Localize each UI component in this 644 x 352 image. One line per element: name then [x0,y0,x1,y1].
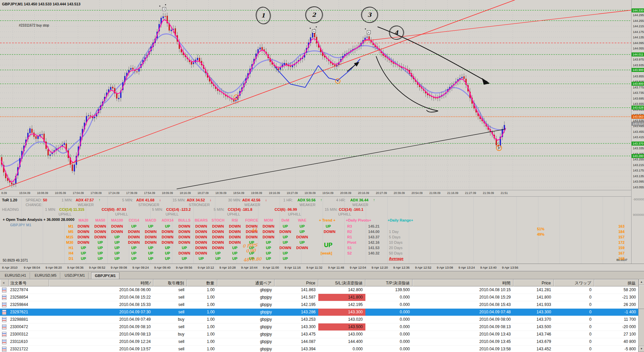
price-tick-label: 143.415 [633,135,644,139]
cci-state-label: UPHILL [115,212,128,216]
ota-cell: DOWN [193,235,210,239]
ota-cell: UP [159,251,176,255]
ota-cell: DOWN [210,235,226,239]
terminal-close-button[interactable]: × [0,279,9,286]
terminal-header-11[interactable]: 損益 [594,279,639,286]
cci-timeframe-label: 5 MIN: [152,207,163,211]
inner-time-label: 18:27.09 [198,191,209,195]
order-cell-3: 1.00 [187,338,217,345]
adx-timeframe-label: 4 HR: [336,198,346,202]
terminal-header-5[interactable]: Price [275,279,318,286]
cci-value: CCI(14) -123.2 [166,207,191,211]
ota-cell: UP [109,240,126,244]
terminal-header-10[interactable]: スワップ [554,279,594,286]
order-cell-9: 143.500 [513,323,554,330]
pivot-label: S2 [347,251,352,255]
terminal-header-7[interactable]: T/P:決済指値 [365,279,413,286]
order-cell-0: 23311610 [9,338,49,345]
terminal-header-9[interactable]: Price [513,279,554,286]
order-row-23300312[interactable]: 233003122010.04.09 08:13buy1.00gbpjpy143… [0,331,644,338]
price-tick-label: 143.175 [633,169,644,172]
cci-timeframe-label: 15 MIN: [325,207,338,211]
pivots-header: +Daily Pivots+ [346,218,371,222]
ota-row-label: H4 [63,251,73,255]
terminal-header-1[interactable]: 時間 ∕ [49,279,153,286]
ota-cell: UP [126,257,142,261]
terminal-header-2[interactable]: 取引種別 [153,279,187,286]
ota-cell: DOWN [176,224,193,228]
pending-order-label: #23311672 buy stop [19,24,49,27]
ota-cell: UP [226,257,243,261]
order-cell-9: 141.281 [513,286,554,294]
terminal-header-3[interactable]: 数量 [187,279,217,286]
ota-row-label: M5 [63,230,73,234]
chart-plot[interactable]: 1234 [0,0,644,190]
price-tick-label: 143.735 [633,91,644,94]
order-cell-3: 1.00 [187,323,217,330]
ota-column-header: MOM [260,218,277,222]
heading-label: HEADING [2,207,19,211]
order-cell-10: 0 [554,316,594,323]
order-cell-10: 0 [554,323,594,330]
scroll-thumb[interactable] [639,285,644,309]
order-row-23259844[interactable]: 232598442010.04.08 15:33sell1.00gbpjpy14… [0,301,644,309]
terminal-header-0[interactable]: 注文番号 [9,279,49,286]
trend-big: UP [324,242,332,249]
chart-tab-gbpjpy-m1[interactable]: GBPJPY,M1 [91,272,119,279]
inner-time-label: 20:16.09 [358,191,369,195]
terminal-header-row: ×注文番号時間 ∕取引種別数量通貨ペアPriceS/L:決済逆指値T/P:決済指… [0,279,644,286]
dot-marker [365,29,366,30]
scroll-down-button[interactable]: ▼ [639,346,644,352]
ota-cell: DOWN [142,235,159,239]
ota-cell: UP [159,246,176,250]
ota-cell: DOWN [193,251,210,255]
ota-cell: DOWN [193,230,210,234]
ota-cell: DOWN [92,230,109,234]
terminal-header-8[interactable]: 時間 [413,279,513,286]
order-row-23298881[interactable]: 232988812010.04.09 07:49buy1.00gbpjpy143… [0,316,644,323]
adx-direction-arrow: ↓ [265,198,267,202]
order-row-23227874[interactable]: 232278742010.04.08 06:00sell1.00gbpjpy14… [0,286,644,294]
chart-tab-eurusd-h1[interactable]: EURUSD,H1 [1,272,30,279]
ota-cell: UP [75,251,92,255]
chart-tab-eurusd-m5[interactable]: EURUSD,M5 [31,272,60,279]
chart-tab-usdjpy-m1[interactable]: USDJPY,M1 [61,272,88,279]
order-cell-6: 143.000 [318,331,365,338]
scroll-up-button[interactable]: ▲ [639,279,644,285]
ota-cell: DOWN [75,230,92,234]
time-axis-label: 9 Apr 11:00 [263,266,279,269]
ota-cell: UP [210,251,226,255]
order-row-23300472[interactable]: 233004722010.04.09 08:10sell1.00gbpjpy14… [0,323,644,331]
adx-direction-arrow: ↑ [320,198,322,202]
order-row-23311610[interactable]: 233116102010.04.09 12:24sell1.00gbpjpy14… [0,338,644,346]
ota-column-header: RSI [226,218,243,222]
order-cell-8: 2010.04.08 15:43 [413,301,513,308]
ota-cell: UP [92,240,109,244]
order-row-23258854[interactable]: 232588542010.04.08 15:22sell1.00gbpjpy14… [0,294,644,301]
inner-time-label: 19:16.09 [269,191,280,195]
order-row-23321722[interactable]: 233217222010.04.09 13:57sell1.00gbpjpy14… [0,346,644,352]
range-percent: 49% [537,232,544,236]
ota-cell: UP [92,251,109,255]
ota-cell: DOWN [75,240,92,244]
order-icon-cell [0,316,9,323]
pivot-value: 143.37 [362,235,380,239]
terminal-scrollbar[interactable]: ▲▼ [638,279,644,352]
time-axis-label: 9 Apr 13:40 [480,266,497,269]
time-axis-label: 9 Apr 10:28 [219,266,236,269]
ota-cell: UP [193,257,210,261]
terminal-header-6[interactable]: S/L:決済逆指値 [318,279,365,286]
ota-cell: DOWN [193,246,210,250]
ota-cell: UP [109,246,126,250]
order-row-23297621[interactable]: 232976212010.04.09 07:30sell1.00gbpjpy14… [0,309,644,316]
spread-label: SPREAD: [26,198,42,202]
order-cell-0: 23258854 [9,294,49,301]
pivot-label: R1 [347,235,352,239]
order-cell-10: 0 [554,309,594,316]
inner-time-label: 16:05.09 [55,191,66,195]
terminal-header-4[interactable]: 通貨ペア [217,279,275,286]
ota-column-header: ADX14 [159,218,176,222]
order-cell-5: 143.253 [275,316,318,323]
hand-number: 1 [261,12,265,19]
adx-value: ADX 41.68 [136,198,154,202]
